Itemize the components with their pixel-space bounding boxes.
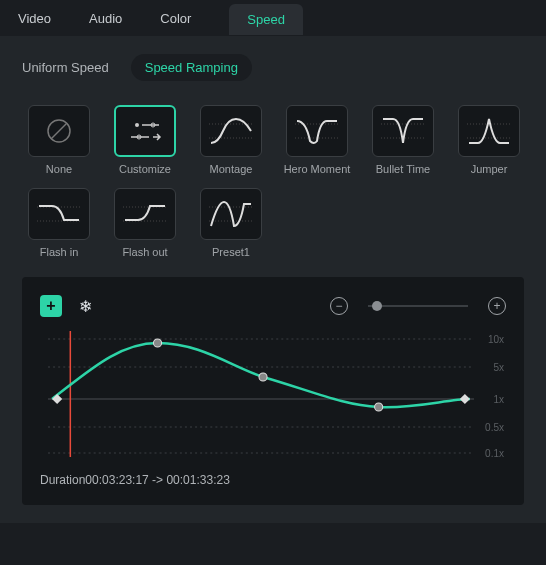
preset-jumper-label: Jumper [471,163,508,176]
svg-line-1 [51,123,67,139]
minus-icon: − [335,300,342,312]
y-label-10x: 10x [488,334,504,345]
preset-grid: None Customize Montage Hero Moment Bulle [22,105,524,259]
preset-bullet-time[interactable]: Bullet Time [366,105,440,176]
tab-speed[interactable]: Speed [229,4,303,35]
preset-none-label: None [46,163,72,176]
customize-icon [125,116,165,146]
y-label-01x: 0.1x [485,448,504,459]
preset-preset1[interactable]: Preset1 [194,188,268,259]
zoom-slider[interactable] [368,305,468,307]
montage-icon [206,111,256,151]
preset-preset1-label: Preset1 [212,246,250,259]
flashin-icon [34,194,84,234]
add-keyframe-button[interactable]: + [40,295,62,317]
zoom-slider-thumb[interactable] [372,301,382,311]
tab-audio[interactable]: Audio [89,11,122,26]
svg-marker-27 [52,394,62,404]
svg-point-28 [153,339,161,347]
zoom-out-button[interactable]: − [330,297,348,315]
preset-customize[interactable]: Customize [108,105,182,176]
jumper-icon [464,111,514,151]
freeze-frame-button[interactable]: ❄ [74,295,96,317]
hero-icon [292,111,342,151]
svg-marker-31 [460,394,470,404]
plus-icon: + [46,297,55,315]
duration-row: Duration00:03:23:17 -> 00:01:33:23 [40,473,506,487]
preset-montage[interactable]: Montage [194,105,268,176]
preset-hero-moment[interactable]: Hero Moment [280,105,354,176]
preset-montage-label: Montage [210,163,253,176]
tab-video[interactable]: Video [18,11,51,26]
y-label-05x: 0.5x [485,422,504,433]
subtab-uniform-speed[interactable]: Uniform Speed [22,60,109,75]
preset-none[interactable]: None [22,105,96,176]
preset-flash-in[interactable]: Flash in [22,188,96,259]
y-label-5x: 5x [493,362,504,373]
flashout-icon [120,194,170,234]
zoom-in-button[interactable]: + [488,297,506,315]
preset-hero-moment-label: Hero Moment [284,163,351,176]
preset-flash-out-label: Flash out [122,246,167,259]
y-label-1x: 1x [493,394,504,405]
preset-flash-out[interactable]: Flash out [108,188,182,259]
top-tabs: Video Audio Color Speed [0,0,546,36]
graph-toolbar: + ❄ − + [40,295,506,317]
preset-customize-label: Customize [119,163,171,176]
subtab-speed-ramping[interactable]: Speed Ramping [131,54,252,81]
duration-value: 00:03:23:17 -> 00:01:33:23 [85,473,229,487]
preset1-icon [206,194,256,234]
svg-point-30 [375,403,383,411]
svg-point-29 [259,373,267,381]
bullet-icon [378,111,428,151]
plus-icon: + [493,300,500,312]
sub-tabs: Uniform Speed Speed Ramping [22,54,524,81]
preset-bullet-time-label: Bullet Time [376,163,430,176]
speed-panel: Uniform Speed Speed Ramping None Customi… [0,36,546,523]
speed-graph[interactable]: 10x 5x 1x 0.5x 0.1x [48,331,474,457]
snowflake-icon: ❄ [79,297,92,316]
svg-point-2 [135,123,139,127]
preset-flash-in-label: Flash in [40,246,79,259]
none-icon [45,117,73,145]
duration-label: Duration [40,473,85,487]
graph-panel: + ❄ − + [22,277,524,505]
speed-curve-svg [48,331,474,457]
tab-color[interactable]: Color [160,11,191,26]
preset-jumper[interactable]: Jumper [452,105,526,176]
